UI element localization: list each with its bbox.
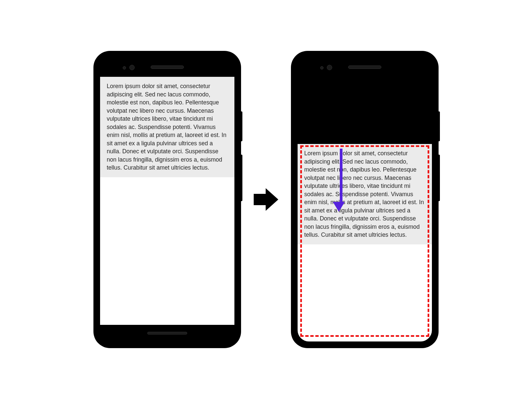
phone-mockup-before: Lorem ipsum dolor sit amet, consectetur …	[94, 52, 240, 347]
phone-screen-after: Lorem ipsum dolor sit amet, consectetur …	[298, 144, 432, 341]
phone-top-bezel	[100, 58, 234, 77]
camera-dot-icon	[129, 65, 135, 70]
bottom-speaker-icon	[147, 332, 187, 334]
offset-down-arrow-icon	[337, 149, 345, 212]
phone-inner-frame: Lorem ipsum dolor sit amet, consectetur …	[298, 58, 432, 341]
phone-volume-button	[438, 155, 440, 201]
sensor-dot-icon	[123, 66, 126, 69]
phone-volume-button	[240, 155, 242, 201]
phone-inner-frame: Lorem ipsum dolor sit amet, consectetur …	[100, 58, 234, 341]
sensor-dot-icon	[320, 66, 324, 69]
phone-top-bezel	[298, 58, 432, 77]
phone-screen-before: Lorem ipsum dolor sit amet, consectetur …	[100, 77, 234, 325]
phone-power-button	[240, 111, 242, 141]
transition-arrow-icon	[254, 188, 278, 211]
phone-mockup-after: Lorem ipsum dolor sit amet, consectetur …	[292, 52, 438, 347]
phone-bottom-bezel	[100, 325, 234, 341]
earpiece-speaker-icon	[151, 66, 184, 69]
earpiece-speaker-icon	[348, 66, 381, 69]
lorem-text-block: Lorem ipsum dolor sit amet, consectetur …	[298, 144, 432, 244]
phone-power-button	[438, 111, 440, 141]
lorem-text-block: Lorem ipsum dolor sit amet, consectetur …	[100, 77, 234, 177]
camera-dot-icon	[327, 65, 332, 70]
